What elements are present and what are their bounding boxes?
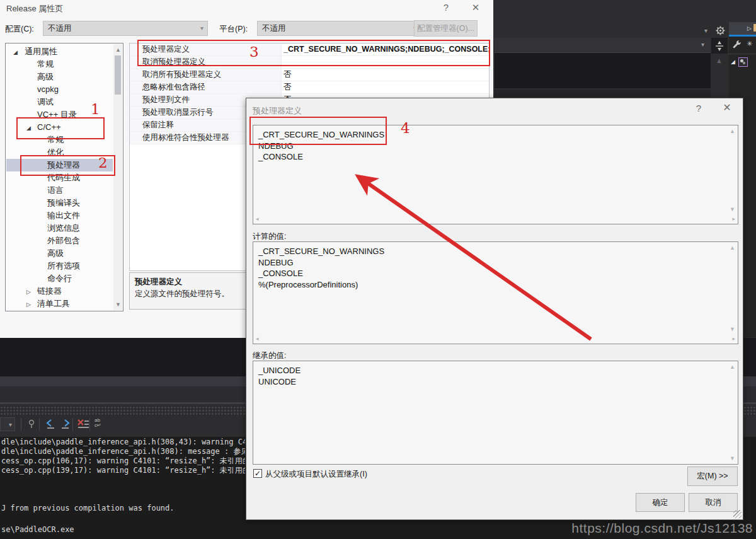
tree-item[interactable]: 高级	[6, 247, 113, 260]
scrollbar-thumb[interactable]	[115, 55, 121, 95]
next-message-icon[interactable]	[60, 418, 71, 429]
add-property-sheet-icon[interactable]: ✳	[747, 40, 752, 48]
tree-item[interactable]: 输出文件	[6, 209, 113, 222]
scroll-down-icon[interactable]: ▼	[730, 455, 735, 461]
tree-scrollbar[interactable]: ▲ ▼	[113, 44, 122, 310]
inherited-values-label: 继承的值:	[253, 351, 286, 361]
tree-expander-icon[interactable]: ▷	[26, 286, 31, 298]
grid-row-label: 取消所有预处理器定义	[130, 69, 282, 81]
pm-expander-icon[interactable]: ◢	[731, 55, 735, 68]
configuration-combo[interactable]: 不适用 ▾	[43, 21, 208, 36]
pm-folder-row[interactable]: ▷	[729, 22, 756, 35]
grid-row[interactable]: 忽略标准包含路径 否	[130, 81, 489, 94]
tree-expander-icon[interactable]: ◢	[13, 46, 18, 59]
close-icon[interactable]: ✕	[467, 1, 484, 14]
config-label: 配置(C):	[5, 24, 34, 35]
scroll-up-icon[interactable]: ▲	[115, 47, 121, 53]
dialog-title: 预处理器定义	[253, 105, 302, 117]
output-source-combo[interactable]: ▾	[0, 417, 15, 431]
scroll-down-icon[interactable]: ▼	[730, 326, 735, 332]
tree-item-label: 命令行	[6, 274, 72, 283]
inherited-values: _UNICODE UNICODE	[258, 365, 301, 387]
navbar-dropdown-icon[interactable]: ▾	[701, 42, 704, 48]
clear-all-icon[interactable]	[77, 418, 89, 429]
pm-folder-expander-icon[interactable]: ▷	[747, 22, 752, 35]
tree-item[interactable]: ▷ 链接器	[6, 285, 113, 298]
cancel-button[interactable]: 取消	[689, 493, 738, 512]
toolbar-separator	[39, 418, 40, 431]
pm-project-row[interactable]: ◢	[729, 55, 756, 68]
platform-label: 平台(P):	[219, 24, 248, 35]
inherit-checkbox[interactable]: ✓	[253, 469, 262, 478]
scroll-left-icon[interactable]: ◂	[256, 335, 259, 342]
grid-row[interactable]: 取消所有预处理器定义 否	[130, 69, 489, 81]
tree-item[interactable]: ◢ 通用属性	[6, 45, 113, 58]
scroll-up-icon[interactable]: ▲	[730, 364, 735, 370]
tree-item[interactable]: 浏览信息	[6, 222, 113, 235]
evaluated-values-box[interactable]: _CRT_SECURE_NO_WARNINGS NDEBUG _CONSOLE …	[253, 241, 738, 344]
annotation-number-1: 1	[91, 101, 100, 117]
toolbar-separator	[89, 418, 90, 431]
annotation-number-2: 2	[98, 154, 108, 171]
tree-item[interactable]: 所有选项	[6, 260, 113, 272]
description-title: 预处理器定义	[135, 277, 182, 287]
scroll-up-icon[interactable]: ▲	[730, 245, 735, 251]
tree-item-label: 输出文件	[6, 211, 80, 220]
previous-message-icon[interactable]	[45, 418, 56, 429]
scroll-right-icon[interactable]: ▸	[732, 335, 735, 342]
tree-expander-icon[interactable]: ▷	[26, 298, 31, 311]
tree-item[interactable]: 高级	[6, 71, 113, 83]
toolbar-separator	[72, 418, 73, 431]
combo-arrow-icon: ▾	[200, 21, 203, 35]
tree-item-label: 高级	[6, 248, 64, 258]
tree-item[interactable]: ▷ 清单工具	[6, 298, 113, 310]
check-icon: ✓	[255, 469, 261, 478]
scroll-down-icon[interactable]: ▼	[115, 301, 121, 308]
grid-row-value[interactable]: 否	[282, 69, 489, 81]
help-icon[interactable]: ?	[438, 1, 454, 14]
annotation-number-4: 4	[401, 120, 410, 136]
tree-item-label: 常规	[6, 59, 54, 69]
tree-item[interactable]: 命令行	[6, 272, 113, 285]
scroll-down-icon[interactable]: ▼	[730, 206, 735, 212]
split-editor-icon[interactable]	[711, 38, 728, 54]
annotation-box-1	[16, 117, 105, 139]
grid-row-value[interactable]: 否	[282, 81, 489, 93]
tree-item-label: 所有选项	[6, 261, 80, 270]
dialog-close-icon[interactable]: ✕	[719, 101, 735, 114]
combo-arrow-icon: ▾	[9, 422, 12, 428]
tree-item[interactable]: 语言	[6, 184, 113, 197]
tree-item[interactable]: vcpkg	[6, 83, 113, 96]
tree-item[interactable]: 预编译头	[6, 197, 113, 209]
tree-item[interactable]: 外部包含	[6, 235, 113, 247]
output-line: cess_op.cpp(106,17): warning C4101: “res…	[1, 456, 245, 466]
tree-item-label: 外部包含	[6, 236, 80, 245]
gear-icon[interactable]	[716, 26, 725, 35]
pin-output-icon[interactable]	[26, 419, 37, 429]
inherit-checkbox-label: 从父级或项目默认设置继承(I)	[265, 469, 367, 480]
wrench-icon[interactable]	[732, 40, 742, 50]
output-line: cess_op.cpp(139,17): warning C4101: “res…	[1, 466, 245, 475]
ok-button[interactable]: 确定	[636, 493, 685, 512]
annotation-box-4	[249, 117, 387, 145]
scroll-right-icon[interactable]: ▸	[732, 216, 735, 222]
editor-area	[495, 53, 711, 88]
scroll-up-icon[interactable]: ▲	[730, 128, 735, 134]
output-line: dle\include\paddle_inference_api.h(308,4…	[1, 438, 245, 447]
platform-combo[interactable]: 不适用 ▾	[257, 21, 421, 36]
dialog-help-icon[interactable]: ?	[690, 102, 707, 115]
macros-button[interactable]: 宏(M) >>	[687, 467, 738, 486]
window-dropdown-icon[interactable]: ▾	[704, 28, 707, 34]
configuration-value: 不适用	[48, 24, 72, 33]
scroll-left-icon[interactable]: ◂	[256, 216, 259, 222]
inherited-values-box[interactable]: _UNICODE UNICODE ▲ ▼	[253, 361, 738, 465]
editor-strip	[495, 90, 711, 98]
word-wrap-icon[interactable]: abc↵	[94, 418, 101, 428]
settings-tree: ◢ 通用属性 常规 高级 vcpkg	[5, 43, 123, 311]
editor-scroll-up-icon[interactable]: ▲	[716, 57, 723, 64]
resize-grip[interactable]	[733, 510, 742, 518]
folder-icon	[753, 25, 756, 32]
configuration-manager-button[interactable]: 配置管理器(O)...	[414, 20, 478, 37]
tree-item[interactable]: 常规	[6, 58, 113, 71]
tree-item-label: 高级	[6, 72, 54, 81]
